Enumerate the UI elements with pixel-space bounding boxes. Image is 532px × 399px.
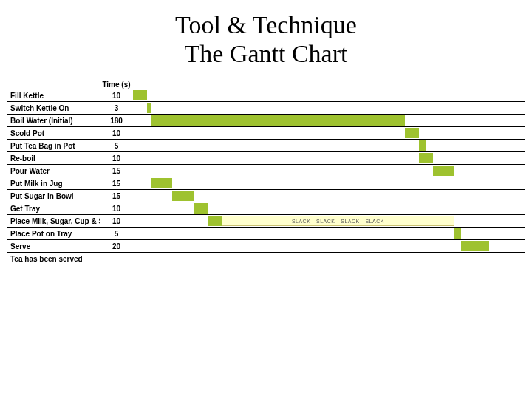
task-time: 10 [100,202,133,214]
slide-title: Tool & Technique The Gantt Chart [0,10,532,68]
gantt-row: Put Tea Bag in Pot5 [7,140,525,152]
task-time: 10 [100,127,133,139]
task-bar-track [133,115,525,126]
task-label: Get Tray [7,202,100,214]
task-bar-track [133,240,525,252]
task-label: Re-boil [7,152,100,164]
task-time: 180 [100,115,133,126]
task-bar [194,203,208,214]
task-bar [433,166,454,176]
task-time: 10 [100,89,133,101]
task-time [100,253,133,265]
header-time-col: Time (s) [100,81,133,89]
task-time: 20 [100,240,133,252]
slack-bar: SLACK - SLACK - SLACK - SLACK [222,216,454,226]
task-time: 10 [100,215,133,227]
task-time: 15 [100,190,133,202]
task-bar [405,128,419,138]
gantt-row: Boil Water (Initial)180 [7,115,525,127]
task-bar-track [133,202,525,214]
task-bar-track [133,228,525,239]
task-bar [151,178,173,188]
gantt-row: Pour Water15 [7,165,525,177]
task-bar-track [133,102,525,114]
task-bar-track [133,152,525,164]
task-label: Place Pot on Tray [7,228,100,239]
gantt-row: Place Milk, Sugar, Cup & Sa10SLACK - SLA… [7,215,525,228]
task-label: Place Milk, Sugar, Cup & Sa [7,215,100,227]
gantt-header-row: Time (s) [7,75,525,89]
gantt-row: Serve20 [7,240,525,253]
gantt-row: Scold Pot10 [7,127,525,140]
header-chart-col [133,75,525,89]
gantt-row: Put Milk in Jug15 [7,177,525,190]
task-bar [419,140,426,151]
task-bar-track [133,140,525,151]
gantt-row: Put Sugar in Bowl15 [7,190,525,202]
task-label: Put Milk in Jug [7,177,100,189]
title-line-1: Tool & Technique [175,11,357,38]
gantt-rows: Fill Kettle10Switch Kettle On3Boil Water… [7,89,525,265]
task-time: 5 [100,140,133,151]
gantt-row: Fill Kettle10 [7,89,525,102]
task-time: 5 [100,228,133,239]
task-bar-track [133,127,525,139]
gantt-row: Tea has been served [7,253,525,265]
task-label: Put Sugar in Bowl [7,190,100,202]
task-time: 10 [100,152,133,164]
task-time: 3 [100,102,133,114]
gantt-row: Place Pot on Tray5 [7,228,525,240]
task-bar [151,115,405,126]
task-label: Fill Kettle [7,89,100,101]
task-bar-track [133,190,525,202]
task-label: Put Tea Bag in Pot [7,140,100,151]
task-bar-track: SLACK - SLACK - SLACK - SLACK [133,215,525,227]
task-time: 15 [100,177,133,189]
task-label: Scold Pot [7,127,100,139]
title-line-2: The Gantt Chart [185,40,348,67]
task-label: Pour Water [7,165,100,177]
gantt-row: Switch Kettle On3 [7,102,525,115]
task-bar-track [133,165,525,177]
task-label: Boil Water (Initial) [7,115,100,126]
task-bar-track [133,253,525,265]
task-bar [419,153,433,163]
task-label: Tea has been served [7,253,100,265]
task-bar [461,241,489,251]
gantt-row: Get Tray10 [7,202,525,215]
task-label: Serve [7,240,100,252]
task-bar [133,90,147,100]
task-time: 15 [100,165,133,177]
task-label: Switch Kettle On [7,102,100,114]
task-bar-track [133,89,525,101]
task-bar-track [133,177,525,189]
task-bar [147,103,151,113]
task-bar [172,191,194,201]
task-bar [454,228,462,239]
gantt-row: Re-boil10 [7,152,525,165]
gantt-chart: Time (s) Fill Kettle10Switch Kettle On3B… [7,75,525,265]
task-bar [208,216,222,226]
